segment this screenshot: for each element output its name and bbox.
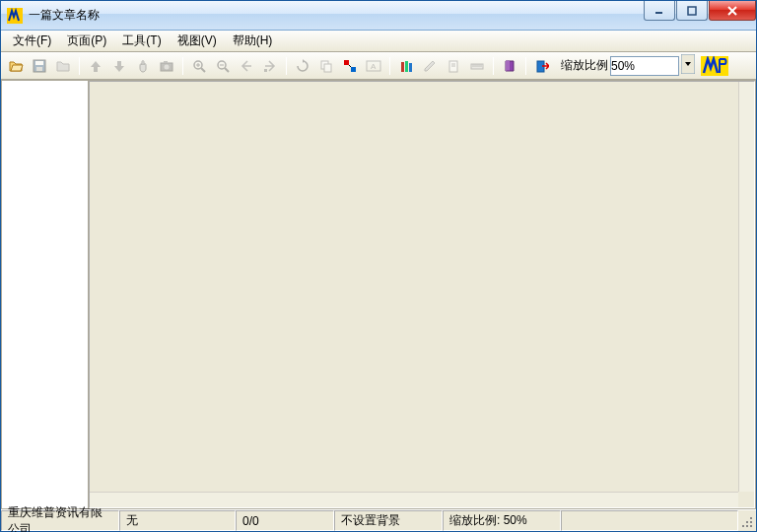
svg-rect-42	[746, 525, 748, 527]
menu-page[interactable]: 页面(P)	[59, 31, 114, 51]
document-canvas[interactable]	[89, 81, 755, 508]
arrow-up-icon[interactable]	[85, 55, 106, 77]
separator	[286, 57, 287, 75]
svg-rect-20	[351, 67, 356, 72]
minimize-button[interactable]	[644, 1, 675, 21]
scrollbar-vertical[interactable]	[738, 82, 754, 492]
svg-rect-2	[688, 7, 696, 15]
status-empty	[561, 510, 738, 531]
svg-point-7	[165, 64, 170, 69]
page-setup-icon[interactable]	[443, 55, 464, 77]
statusbar: 重庆维普资讯有限公司 无 0/0 不设置背景 缩放比例: 50%	[1, 509, 756, 531]
copy-icon[interactable]	[315, 55, 337, 77]
svg-rect-23	[401, 62, 404, 72]
separator	[525, 57, 526, 75]
titlebar: 一篇文章名称	[1, 1, 756, 31]
scrollbar-horizontal[interactable]	[90, 492, 738, 507]
svg-rect-41	[742, 525, 744, 527]
menu-tools[interactable]: 工具(T)	[114, 31, 169, 51]
separator	[182, 57, 183, 75]
status-zoom: 缩放比例: 50%	[443, 510, 561, 531]
svg-rect-4	[35, 61, 43, 65]
menu-help[interactable]: 帮助(H)	[225, 31, 281, 51]
library-icon[interactable]	[395, 55, 417, 77]
status-none: 无	[119, 510, 236, 531]
svg-line-14	[225, 68, 229, 72]
svg-rect-16	[264, 69, 267, 72]
thumbnail-panel[interactable]	[2, 81, 89, 508]
app-window: 一篇文章名称 文件(F) 页面(P) 工具(T) 视图(V) 帮助(H)	[0, 0, 757, 532]
window-controls	[643, 1, 756, 30]
toolbar: A 缩放比例	[1, 52, 756, 80]
svg-rect-5	[36, 67, 42, 71]
zoom-label: 缩放比例	[561, 57, 608, 74]
svg-rect-8	[164, 61, 168, 63]
camera-icon[interactable]	[156, 55, 177, 77]
zoom-select[interactable]	[610, 56, 679, 76]
rotate-icon[interactable]	[292, 55, 313, 77]
ruler-icon[interactable]	[466, 55, 488, 77]
save-icon[interactable]	[29, 55, 50, 77]
edit-icon[interactable]	[419, 55, 441, 77]
svg-rect-38	[750, 517, 752, 519]
svg-rect-43	[750, 525, 752, 527]
separator	[389, 57, 390, 75]
dropdown-arrow-icon[interactable]	[681, 54, 695, 77]
workspace	[1, 80, 756, 509]
menu-view[interactable]: 视图(V)	[170, 31, 225, 51]
svg-rect-18	[324, 64, 331, 72]
svg-text:A: A	[371, 62, 377, 71]
separator	[493, 57, 494, 75]
vip-logo-icon	[701, 56, 728, 76]
menu-file[interactable]: 文件(F)	[5, 31, 59, 51]
window-title: 一篇文章名称	[29, 7, 643, 24]
saveas-icon[interactable]	[52, 55, 74, 77]
arrow-down-icon[interactable]	[108, 55, 130, 77]
svg-rect-40	[750, 521, 752, 523]
svg-line-10	[201, 68, 205, 72]
exit-icon[interactable]	[531, 55, 553, 77]
maximize-button[interactable]	[676, 1, 708, 21]
separator	[79, 57, 80, 75]
color-icon[interactable]	[339, 55, 361, 77]
status-company: 重庆维普资讯有限公司	[1, 510, 119, 531]
zoom-in-icon[interactable]	[188, 55, 210, 77]
svg-rect-39	[746, 521, 748, 523]
prev-page-icon[interactable]	[236, 55, 257, 77]
resize-grip-icon[interactable]	[738, 510, 756, 531]
close-button[interactable]	[709, 1, 756, 21]
svg-rect-24	[405, 61, 408, 72]
scrollbar-corner	[738, 492, 754, 507]
menubar: 文件(F) 页面(P) 工具(T) 视图(V) 帮助(H)	[1, 31, 756, 52]
zoom-out-icon[interactable]	[212, 55, 234, 77]
text-icon[interactable]: A	[363, 55, 384, 77]
status-background: 不设置背景	[334, 510, 443, 531]
open-icon[interactable]	[5, 55, 27, 77]
app-icon	[7, 8, 23, 24]
svg-rect-19	[344, 60, 349, 65]
next-page-icon[interactable]	[259, 55, 281, 77]
hand-icon[interactable]	[132, 55, 154, 77]
status-page: 0/0	[236, 510, 334, 531]
book-icon[interactable]	[499, 55, 520, 77]
svg-rect-25	[409, 63, 412, 72]
